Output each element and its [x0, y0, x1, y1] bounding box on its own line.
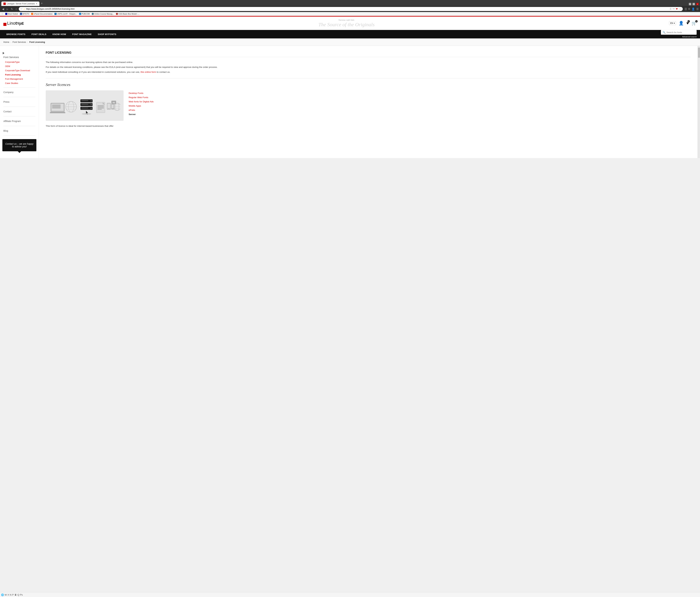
- menu-dots[interactable]: •••: [673, 8, 675, 10]
- svg-rect-4: [52, 105, 60, 105]
- breadcrumb-sep-2: ›: [27, 41, 28, 43]
- account-header-icon[interactable]: 👤: [679, 21, 684, 26]
- search-input[interactable]: [667, 31, 695, 34]
- cart-badge: 0: [695, 20, 698, 23]
- bookmark-most-visited[interactable]: Most Visited: [5, 13, 18, 15]
- sidebar-section-contact[interactable]: Contact: [0, 109, 39, 114]
- nav-browse-fonts[interactable]: BROWSE FONTS: [3, 30, 28, 38]
- advanced-search-link[interactable]: Advanced search: [682, 35, 697, 39]
- sidebar-link-font-management[interactable]: Font Management: [0, 77, 39, 81]
- address-input[interactable]: [26, 8, 669, 10]
- bookmark-star-small: ☆: [1, 13, 3, 15]
- server-link-regular-web-fonts[interactable]: Regular Web Fonts: [129, 95, 154, 99]
- server-illustration: Ad: [49, 94, 120, 118]
- bookmark-cpanel[interactable]: cP cPanel Documentation: [31, 13, 52, 15]
- bookmark-label: Online Course Manag...: [94, 13, 114, 15]
- new-tab-button[interactable]: +: [40, 1, 44, 6]
- nav-font-magazine[interactable]: FONT MAGAZINE: [69, 30, 95, 38]
- online-form-link[interactable]: this online form: [141, 71, 156, 73]
- bookmark-wyeth[interactable]: W WYETH: [20, 13, 29, 15]
- main-layout: Font Services CorporateType OEM Corporat…: [0, 46, 700, 158]
- scroll-thumb[interactable]: [698, 48, 700, 58]
- svg-rect-26: [98, 105, 104, 106]
- back-button[interactable]: ◀: [1, 7, 5, 11]
- sidebar-link-oem[interactable]: OEM: [0, 64, 39, 68]
- svg-point-35: [113, 108, 113, 108]
- svg-point-23: [82, 113, 91, 115]
- site-header: LinotYpE Rameau Light Italic The Source …: [0, 17, 700, 30]
- logo-ype: YpE: [17, 21, 24, 26]
- pubcom-icon: S: [79, 13, 81, 15]
- sidebar-toggle-arrow[interactable]: [3, 52, 4, 54]
- bookmark-usps[interactable]: ✉ USPS.com® - Shippin...: [54, 13, 77, 15]
- usps-icon: ✉: [54, 13, 56, 15]
- breadcrumb-sep-1: ›: [11, 41, 11, 43]
- breadcrumb-home[interactable]: Home: [3, 41, 9, 43]
- sidebar-link-case-studies[interactable]: Case Studies: [0, 81, 39, 85]
- tab-close-button[interactable]: ✕: [36, 3, 38, 5]
- server-link-web-fonts-digital-ads[interactable]: Web fonts for Digital Ads: [129, 99, 154, 104]
- page-info-icon[interactable]: ☰: [670, 8, 672, 10]
- sidebar-section-blog[interactable]: Blog: [0, 128, 39, 133]
- tab-favicon: [3, 3, 6, 5]
- bookmark-star-icon[interactable]: ☆: [679, 8, 681, 10]
- search-icon: 🔍: [662, 31, 666, 34]
- server-link-desktop-fonts[interactable]: Desktop Fonts: [129, 91, 154, 95]
- logo-lino: Lino: [7, 21, 16, 26]
- sidebar-link-corporatetype[interactable]: CorporateType: [0, 60, 39, 64]
- sidebar-section-affiliate[interactable]: Affiliate Program: [0, 119, 39, 124]
- reload-button[interactable]: ↻: [10, 7, 14, 11]
- language-selector[interactable]: EN ▾: [669, 21, 676, 25]
- content-area: FONT LICENSING The following information…: [39, 46, 698, 158]
- maximize-button[interactable]: □: [693, 3, 695, 5]
- sidebar-link-font-licensing[interactable]: Font Licensing: [0, 73, 39, 77]
- server-link-epubs[interactable]: ePubs: [129, 108, 154, 112]
- cart-icon-wrap[interactable]: 🛒 0: [692, 21, 697, 26]
- account-icon[interactable]: 👤: [692, 7, 695, 11]
- svg-rect-28: [98, 108, 104, 108]
- page-wrapper: LinotYpE Rameau Light Italic The Source …: [0, 17, 700, 158]
- nav-know-how[interactable]: KNOW HOW: [49, 30, 69, 38]
- nav-search-area: 🔍 Advanced search: [661, 30, 697, 39]
- svg-point-17: [91, 104, 92, 105]
- logo-text[interactable]: LinotYpE: [7, 21, 24, 26]
- bookmark-pubcom[interactable]: S PUBCOM: [79, 13, 90, 15]
- wishlist-icon-wrap[interactable]: ♥ 0: [686, 21, 689, 26]
- breadcrumb-font-services[interactable]: Font Services: [12, 41, 26, 43]
- bookmark-css-box[interactable]: 🐻 CSS Basic Box Model -...: [116, 13, 140, 15]
- tab-title: Linotype: Server Font Licenses: [7, 3, 35, 5]
- nav-shop-myfonts[interactable]: SHOP MYFONTS: [95, 30, 120, 38]
- hamburger-icon[interactable]: ☰: [696, 7, 699, 11]
- sidebar: Font Services CorporateType OEM Corporat…: [0, 46, 39, 158]
- svg-rect-7: [52, 108, 60, 108]
- sidebar-section-press[interactable]: Press: [0, 99, 39, 105]
- content-para-3-after: to contact us.: [157, 71, 170, 73]
- home-button[interactable]: ⌂: [15, 7, 18, 11]
- scrollbar[interactable]: [698, 46, 700, 158]
- library-icon[interactable]: |||: [685, 7, 687, 11]
- lock-icon: ⚠: [23, 8, 25, 10]
- forward-button[interactable]: ▶: [6, 7, 9, 11]
- pocket-icon[interactable]: ❤: [676, 8, 678, 10]
- server-link-server[interactable]: Server: [129, 112, 154, 117]
- tagline-text: The Source of the Originals: [318, 22, 375, 27]
- close-window-button[interactable]: ✕: [696, 3, 699, 5]
- contact-box[interactable]: Contact us – we are happy to advise you!: [2, 139, 36, 151]
- lang-label: EN: [670, 22, 673, 24]
- active-tab[interactable]: Linotype: Server Font Licenses ✕: [1, 2, 40, 6]
- svg-rect-21: [81, 108, 88, 108]
- bookmark-online-course[interactable]: 🌐 Online Course Manag...: [92, 13, 114, 15]
- server-link-mobile-apps[interactable]: Mobile Apps: [129, 104, 154, 108]
- minimize-button[interactable]: —: [689, 3, 691, 5]
- svg-rect-19: [81, 100, 88, 101]
- sidebar-section-company[interactable]: Company: [0, 90, 39, 95]
- synced-tabs-icon[interactable]: ⊟: [688, 7, 690, 11]
- server-image-box: Ad: [46, 90, 124, 121]
- shield-icon: 🛡: [21, 8, 22, 10]
- bookmark-label: USPS.com® - Shippin...: [57, 13, 77, 15]
- content-bottom-text: This form of licence is ideal for intern…: [46, 124, 691, 128]
- sidebar-link-corporatetype-download[interactable]: CorporateType Download: [0, 68, 39, 73]
- bookmark-label: Most Visited: [8, 13, 18, 15]
- nav-font-deals[interactable]: FONT DEALS: [28, 30, 49, 38]
- content-page-title: FONT LICENSING: [46, 51, 691, 57]
